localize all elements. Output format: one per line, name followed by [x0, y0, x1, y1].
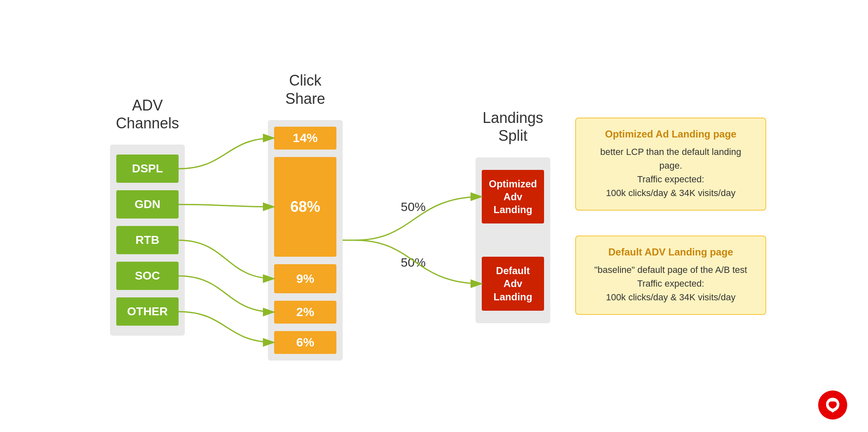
info-cards-container: Optimized Ad Landing page better LCP tha…	[575, 118, 766, 315]
info-card-optimized-title: Optimized Ad Landing page	[588, 128, 754, 140]
adv-channels-column: ADVChannels DSPL GDN RTB SOC OTHER	[102, 96, 193, 336]
share-2: 2%	[274, 301, 336, 324]
landing-default: DefaultAdvLanding	[482, 257, 544, 311]
adv-channels-header: ADVChannels	[116, 96, 179, 132]
share-9: 9%	[274, 264, 336, 293]
info-card-default-title: Default ADV Landing page	[588, 246, 754, 258]
info-card-optimized: Optimized Ad Landing page better LCP tha…	[575, 118, 766, 211]
vodafone-logo	[818, 390, 847, 420]
click-share-column: ClickShare 14% 68% 9% 2% 6%	[260, 71, 351, 360]
split-labels-area: 50% 50%	[372, 162, 455, 270]
channel-dspl: DSPL	[116, 155, 179, 183]
click-share-bg: 14% 68% 9% 2% 6%	[268, 120, 343, 361]
diagram-container: ADVChannels DSPL GDN RTB SOC OTHER Click…	[0, 0, 868, 432]
share-14: 14%	[274, 127, 336, 150]
channel-rtb: RTB	[116, 226, 179, 254]
split-pct-bottom: 50%	[401, 255, 426, 270]
landings-split-bg: OptimizedAdvLanding DefaultAdvLanding	[476, 157, 550, 323]
landings-split-header: LandingsSplit	[483, 109, 543, 145]
info-card-default: Default ADV Landing page "baseline" defa…	[575, 236, 766, 315]
split-pct-top: 50%	[401, 200, 426, 214]
click-share-header: ClickShare	[285, 71, 325, 107]
landing-optimized: OptimizedAdvLanding	[482, 170, 544, 224]
info-card-optimized-body: better LCP than the default landing page…	[588, 145, 754, 200]
adv-channels-bg: DSPL GDN RTB SOC OTHER	[110, 145, 185, 336]
share-6: 6%	[274, 331, 336, 354]
channel-other: OTHER	[116, 297, 179, 326]
info-card-default-body: "baseline" default page of the A/B testT…	[588, 263, 754, 304]
share-68: 68%	[274, 157, 336, 257]
channel-gdn: GDN	[116, 190, 179, 218]
landings-split-column: LandingsSplit OptimizedAdvLanding Defaul…	[467, 109, 559, 323]
channel-soc: SOC	[116, 262, 179, 290]
